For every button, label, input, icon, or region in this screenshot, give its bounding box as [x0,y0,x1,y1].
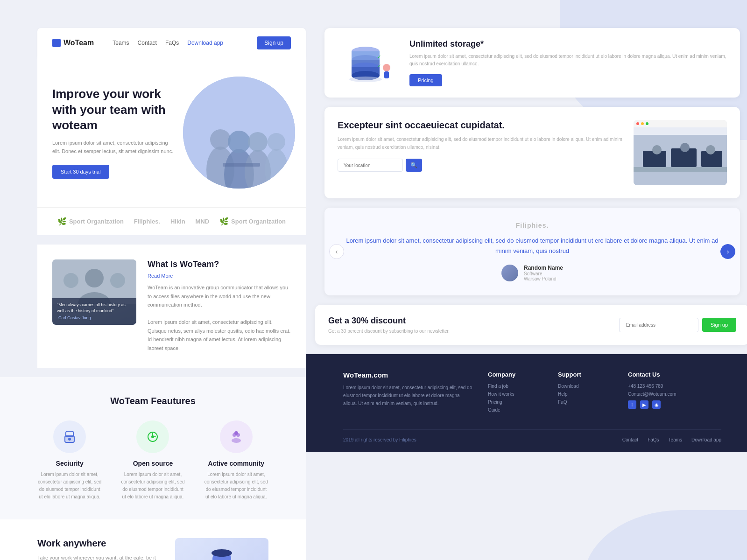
footer-download[interactable]: Download [558,384,614,389]
footer-bottom-download[interactable]: Download app [691,437,721,442]
footer-support: Support Download Help FaQ [558,371,614,415]
read-more-link[interactable]: Read More [148,273,291,279]
leaf-icon-2: 🌿 [219,217,229,226]
dot-green [646,122,648,125]
discount-text: Get a 30% discount Get a 30 percent disc… [328,316,450,334]
logo-label-4: MND [196,218,210,225]
cupi-image [634,120,727,185]
discount-desc: Get a 30 percent discount by subscribing… [328,329,450,334]
svg-point-13 [63,273,78,288]
cupi-desc: Lorem ipsum dolor sit amet, consectetur … [338,135,622,151]
svg-point-27 [211,549,232,557]
discount-form: Sign up [619,318,736,332]
testimonial-brand: Filiphies. [343,222,721,229]
location-input-wrap: 🔍 [338,159,622,172]
pricing-button[interactable]: Pricing [409,74,442,86]
nav-teams[interactable]: Teams [113,40,129,46]
footer-faq[interactable]: FaQ [558,399,614,405]
quote-text: "Men always carries all his history as w… [57,302,132,314]
what-intro: WoTeam is an innovative group communicat… [148,283,291,309]
browser-bar [634,120,727,127]
svg-point-51 [706,145,715,154]
footer-bottom-teams[interactable]: Teams [669,437,682,442]
discount-title: Get a 30% discount [328,316,450,326]
hero-desc: Lorem ipsum dolor sit amet, consectetur … [52,139,174,155]
footer: WoTeam.com Lorem ipsum dolor sit amet, c… [306,354,747,452]
footer-find-job[interactable]: Find a job [488,384,544,389]
hero-cta-button[interactable]: Start 30 days trial [52,165,109,179]
navbar: WoTeam Teams Contact FaQs Download app S… [37,28,306,58]
security-icon [62,429,77,444]
facebook-icon[interactable]: f [628,400,636,409]
nav-download[interactable]: Download app [187,40,223,46]
logo-sport2: 🌿 Sport Organization [219,217,286,226]
office-photo [634,127,727,185]
author-info: Random Name Software Warsaw Poland [524,265,563,281]
svg-text:✓: ✓ [377,54,381,59]
what-desc: Lorem ipsum dolor sit amet, consectetur … [148,318,291,353]
discount-banner: Get a 30% discount Get a 30 percent disc… [315,305,747,345]
footer-copyright: 2019 all rights reserved by Filiphies [343,437,416,442]
opensource-icon [145,429,160,444]
svg-point-23 [234,431,238,435]
nav-links: Teams Contact FaQs Download app [113,40,246,46]
instagram-icon[interactable]: ◉ [652,400,661,409]
footer-email[interactable]: Contact@Woteam.com [628,392,721,397]
feature-security: Seciurity Lorem ipsum dolor sit amet, co… [37,420,102,501]
what-photo-illustration [52,259,136,304]
nav-cta-button[interactable]: Sign up [257,36,291,49]
location-input[interactable] [338,159,403,172]
footer-contact: Contact Us +48 123 456 789 Contact@Wotea… [628,371,721,415]
hero-section: Improve your work with your team with wo… [37,58,306,207]
signup-button[interactable]: Sign up [702,318,736,332]
svg-rect-43 [384,71,389,78]
svg-point-50 [680,143,690,152]
footer-guide[interactable]: Guide [488,407,544,413]
work-image [175,538,268,560]
footer-pricing[interactable]: Pricing [488,399,544,405]
cupi-text: Excepteur sint occaeuiecat cupidatat. Lo… [338,120,622,172]
work-title: Work anywhere [37,538,161,549]
footer-support-title: Support [558,371,614,378]
email-input[interactable] [619,318,698,332]
footer-company: Company Find a job How it works Pricing … [488,371,544,415]
logo-label-3: Hikin [170,218,185,225]
logo-label-1: Sport Organization [69,218,124,225]
work-section: Work anywhere Take your work wherever yo… [0,519,306,560]
what-section: "Men always carries all his history as w… [37,245,306,368]
youtube-icon[interactable]: ▶ [640,400,648,409]
cupi-title: Excepteur sint occaeuiecat cupidatat. [338,120,622,131]
logo-label-5: Sport Organization [231,218,286,225]
author-avatar [501,265,518,281]
nav-faqs[interactable]: FaQs [165,40,179,46]
footer-brand: WoTeam.com Lorem ipsum dolor sit amet, c… [343,371,474,415]
svg-rect-9 [223,163,260,167]
logo-label-2: Filiphies. [134,218,160,225]
author-name: Random Name [524,265,563,271]
location-search-button[interactable]: 🔍 [406,159,422,172]
feature-opensource-name: Open source [120,460,185,467]
testimonial-prev-button[interactable]: ‹ [329,244,344,259]
svg-point-14 [110,273,125,288]
logo-hikin: Hikin [170,218,185,225]
testimonial-next-button[interactable]: › [720,244,735,259]
feature-opensource-desc: Lorem ipsum dolor sit amet, consectetur … [120,471,185,501]
left-column: WoTeam Teams Contact FaQs Download app S… [0,0,306,560]
hero-text: Improve your work with your team with wo… [52,86,174,179]
svg-point-11 [85,269,104,287]
footer-phone[interactable]: +48 123 456 789 [628,384,721,389]
footer-bottom-contact[interactable]: Contact [622,437,638,442]
nav-contact[interactable]: Contact [138,40,157,46]
dot-red [636,122,639,125]
work-person-illustration [180,543,264,560]
svg-text:✓: ✓ [377,63,381,69]
feature-security-name: Seciurity [37,460,102,467]
footer-help[interactable]: Help [558,392,614,397]
quote-overlay: "Men always carries all his history as w… [52,298,136,325]
hero-image-wrap [183,77,295,189]
footer-bottom-faqs[interactable]: FaQs [648,437,659,442]
footer-how-works[interactable]: How it works [488,392,544,397]
opensource-icon-wrap [136,420,169,453]
storage-illustration: ✓ ✓ [340,42,396,84]
svg-point-8 [268,133,285,151]
